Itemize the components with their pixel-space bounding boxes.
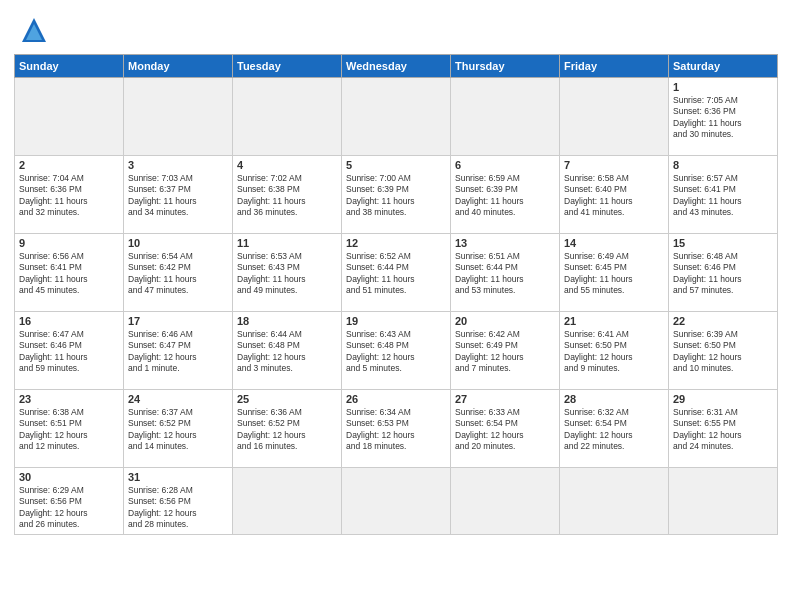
calendar-cell: 9Sunrise: 6:56 AM Sunset: 6:41 PM Daylig… xyxy=(15,234,124,312)
day-info: Sunrise: 6:28 AM Sunset: 6:56 PM Dayligh… xyxy=(128,485,228,531)
day-info: Sunrise: 6:46 AM Sunset: 6:47 PM Dayligh… xyxy=(128,329,228,375)
weekday-header-thursday: Thursday xyxy=(451,55,560,78)
calendar-cell: 17Sunrise: 6:46 AM Sunset: 6:47 PM Dayli… xyxy=(124,312,233,390)
weekday-header-saturday: Saturday xyxy=(669,55,778,78)
calendar-week-1: 1Sunrise: 7:05 AM Sunset: 6:36 PM Daylig… xyxy=(15,78,778,156)
day-number: 19 xyxy=(346,315,446,327)
calendar-cell: 5Sunrise: 7:00 AM Sunset: 6:39 PM Daylig… xyxy=(342,156,451,234)
calendar-cell xyxy=(451,78,560,156)
day-number: 3 xyxy=(128,159,228,171)
calendar-body: 1Sunrise: 7:05 AM Sunset: 6:36 PM Daylig… xyxy=(15,78,778,535)
calendar-cell: 19Sunrise: 6:43 AM Sunset: 6:48 PM Dayli… xyxy=(342,312,451,390)
calendar-cell: 2Sunrise: 7:04 AM Sunset: 6:36 PM Daylig… xyxy=(15,156,124,234)
day-info: Sunrise: 6:59 AM Sunset: 6:39 PM Dayligh… xyxy=(455,173,555,219)
day-number: 28 xyxy=(564,393,664,405)
day-info: Sunrise: 6:31 AM Sunset: 6:55 PM Dayligh… xyxy=(673,407,773,453)
day-number: 14 xyxy=(564,237,664,249)
calendar: SundayMondayTuesdayWednesdayThursdayFrid… xyxy=(14,54,778,535)
day-number: 1 xyxy=(673,81,773,93)
weekday-header-friday: Friday xyxy=(560,55,669,78)
day-info: Sunrise: 6:43 AM Sunset: 6:48 PM Dayligh… xyxy=(346,329,446,375)
calendar-cell: 23Sunrise: 6:38 AM Sunset: 6:51 PM Dayli… xyxy=(15,390,124,468)
day-number: 26 xyxy=(346,393,446,405)
calendar-cell: 3Sunrise: 7:03 AM Sunset: 6:37 PM Daylig… xyxy=(124,156,233,234)
calendar-cell: 21Sunrise: 6:41 AM Sunset: 6:50 PM Dayli… xyxy=(560,312,669,390)
day-info: Sunrise: 6:42 AM Sunset: 6:49 PM Dayligh… xyxy=(455,329,555,375)
calendar-cell xyxy=(342,78,451,156)
calendar-cell: 12Sunrise: 6:52 AM Sunset: 6:44 PM Dayli… xyxy=(342,234,451,312)
day-number: 12 xyxy=(346,237,446,249)
day-info: Sunrise: 6:39 AM Sunset: 6:50 PM Dayligh… xyxy=(673,329,773,375)
day-number: 16 xyxy=(19,315,119,327)
day-number: 30 xyxy=(19,471,119,483)
day-number: 13 xyxy=(455,237,555,249)
day-number: 15 xyxy=(673,237,773,249)
weekday-header-monday: Monday xyxy=(124,55,233,78)
day-number: 9 xyxy=(19,237,119,249)
page: SundayMondayTuesdayWednesdayThursdayFrid… xyxy=(0,0,792,612)
day-info: Sunrise: 7:00 AM Sunset: 6:39 PM Dayligh… xyxy=(346,173,446,219)
day-number: 20 xyxy=(455,315,555,327)
day-info: Sunrise: 6:41 AM Sunset: 6:50 PM Dayligh… xyxy=(564,329,664,375)
day-number: 2 xyxy=(19,159,119,171)
calendar-cell: 7Sunrise: 6:58 AM Sunset: 6:40 PM Daylig… xyxy=(560,156,669,234)
calendar-header: SundayMondayTuesdayWednesdayThursdayFrid… xyxy=(15,55,778,78)
day-info: Sunrise: 7:02 AM Sunset: 6:38 PM Dayligh… xyxy=(237,173,337,219)
calendar-cell: 16Sunrise: 6:47 AM Sunset: 6:46 PM Dayli… xyxy=(15,312,124,390)
day-number: 31 xyxy=(128,471,228,483)
day-number: 10 xyxy=(128,237,228,249)
calendar-cell: 15Sunrise: 6:48 AM Sunset: 6:46 PM Dayli… xyxy=(669,234,778,312)
day-number: 24 xyxy=(128,393,228,405)
calendar-cell: 27Sunrise: 6:33 AM Sunset: 6:54 PM Dayli… xyxy=(451,390,560,468)
day-number: 8 xyxy=(673,159,773,171)
day-info: Sunrise: 6:48 AM Sunset: 6:46 PM Dayligh… xyxy=(673,251,773,297)
day-info: Sunrise: 7:05 AM Sunset: 6:36 PM Dayligh… xyxy=(673,95,773,141)
calendar-cell: 20Sunrise: 6:42 AM Sunset: 6:49 PM Dayli… xyxy=(451,312,560,390)
day-info: Sunrise: 6:29 AM Sunset: 6:56 PM Dayligh… xyxy=(19,485,119,531)
calendar-cell: 11Sunrise: 6:53 AM Sunset: 6:43 PM Dayli… xyxy=(233,234,342,312)
weekday-header-tuesday: Tuesday xyxy=(233,55,342,78)
day-info: Sunrise: 6:51 AM Sunset: 6:44 PM Dayligh… xyxy=(455,251,555,297)
calendar-cell: 28Sunrise: 6:32 AM Sunset: 6:54 PM Dayli… xyxy=(560,390,669,468)
calendar-cell: 29Sunrise: 6:31 AM Sunset: 6:55 PM Dayli… xyxy=(669,390,778,468)
day-info: Sunrise: 6:57 AM Sunset: 6:41 PM Dayligh… xyxy=(673,173,773,219)
day-info: Sunrise: 6:32 AM Sunset: 6:54 PM Dayligh… xyxy=(564,407,664,453)
day-info: Sunrise: 6:37 AM Sunset: 6:52 PM Dayligh… xyxy=(128,407,228,453)
weekday-header-row: SundayMondayTuesdayWednesdayThursdayFrid… xyxy=(15,55,778,78)
weekday-header-sunday: Sunday xyxy=(15,55,124,78)
calendar-week-6: 30Sunrise: 6:29 AM Sunset: 6:56 PM Dayli… xyxy=(15,468,778,535)
day-info: Sunrise: 6:34 AM Sunset: 6:53 PM Dayligh… xyxy=(346,407,446,453)
day-info: Sunrise: 6:58 AM Sunset: 6:40 PM Dayligh… xyxy=(564,173,664,219)
calendar-cell xyxy=(233,78,342,156)
day-info: Sunrise: 6:47 AM Sunset: 6:46 PM Dayligh… xyxy=(19,329,119,375)
calendar-cell xyxy=(124,78,233,156)
day-info: Sunrise: 6:52 AM Sunset: 6:44 PM Dayligh… xyxy=(346,251,446,297)
day-number: 25 xyxy=(237,393,337,405)
day-info: Sunrise: 7:04 AM Sunset: 6:36 PM Dayligh… xyxy=(19,173,119,219)
day-info: Sunrise: 6:33 AM Sunset: 6:54 PM Dayligh… xyxy=(455,407,555,453)
day-info: Sunrise: 6:53 AM Sunset: 6:43 PM Dayligh… xyxy=(237,251,337,297)
calendar-cell: 13Sunrise: 6:51 AM Sunset: 6:44 PM Dayli… xyxy=(451,234,560,312)
day-number: 6 xyxy=(455,159,555,171)
day-number: 5 xyxy=(346,159,446,171)
calendar-cell: 26Sunrise: 6:34 AM Sunset: 6:53 PM Dayli… xyxy=(342,390,451,468)
day-info: Sunrise: 6:56 AM Sunset: 6:41 PM Dayligh… xyxy=(19,251,119,297)
day-number: 29 xyxy=(673,393,773,405)
day-number: 17 xyxy=(128,315,228,327)
day-number: 4 xyxy=(237,159,337,171)
calendar-cell: 22Sunrise: 6:39 AM Sunset: 6:50 PM Dayli… xyxy=(669,312,778,390)
calendar-cell xyxy=(451,468,560,535)
calendar-cell: 8Sunrise: 6:57 AM Sunset: 6:41 PM Daylig… xyxy=(669,156,778,234)
day-info: Sunrise: 6:54 AM Sunset: 6:42 PM Dayligh… xyxy=(128,251,228,297)
day-number: 22 xyxy=(673,315,773,327)
logo xyxy=(14,14,50,46)
day-info: Sunrise: 6:44 AM Sunset: 6:48 PM Dayligh… xyxy=(237,329,337,375)
calendar-cell xyxy=(669,468,778,535)
calendar-cell: 25Sunrise: 6:36 AM Sunset: 6:52 PM Dayli… xyxy=(233,390,342,468)
calendar-cell xyxy=(342,468,451,535)
day-number: 27 xyxy=(455,393,555,405)
calendar-cell xyxy=(560,468,669,535)
calendar-cell: 30Sunrise: 6:29 AM Sunset: 6:56 PM Dayli… xyxy=(15,468,124,535)
calendar-cell: 18Sunrise: 6:44 AM Sunset: 6:48 PM Dayli… xyxy=(233,312,342,390)
calendar-cell xyxy=(560,78,669,156)
